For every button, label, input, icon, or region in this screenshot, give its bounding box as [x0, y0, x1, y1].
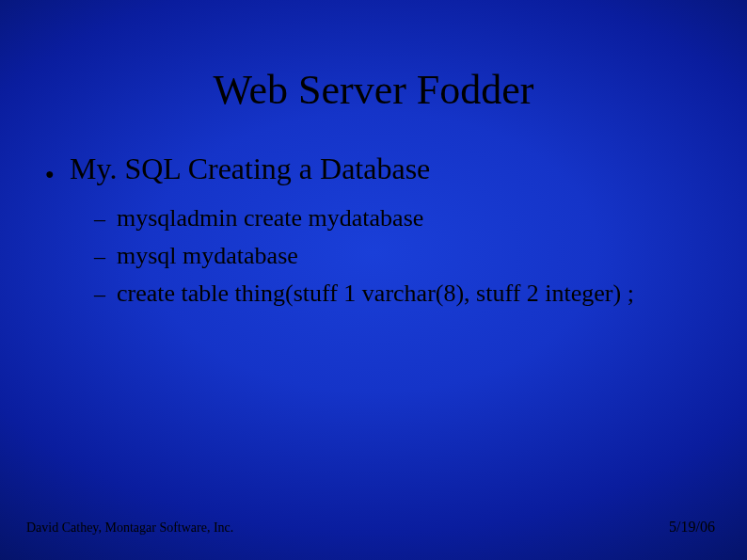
slide-title: Web Server Fodder: [0, 66, 747, 114]
dash-icon: –: [94, 280, 117, 308]
footer-author: David Cathey, Montagar Software, Inc.: [26, 520, 233, 536]
bullet-level2: – create table thing(stuff 1 varchar(8),…: [94, 279, 709, 309]
heading-text: My. SQL Creating a Database: [70, 151, 430, 186]
subitem-text: mysql mydatabase: [117, 241, 298, 271]
slide: Web Server Fodder ● My. SQL Creating a D…: [0, 0, 747, 560]
bullet-level1: ● My. SQL Creating a Database: [45, 151, 709, 190]
bullet-icon: ●: [45, 158, 70, 190]
dash-icon: –: [94, 204, 117, 232]
slide-content: ● My. SQL Creating a Database – mysqladm…: [45, 151, 709, 309]
dash-icon: –: [94, 242, 117, 270]
footer-date: 5/19/06: [669, 519, 715, 536]
subitem-text: mysqladmin create mydatabase: [117, 203, 423, 233]
subitem-text: create table thing(stuff 1 varchar(8), s…: [117, 279, 634, 309]
bullet-level2: – mysql mydatabase: [94, 241, 709, 271]
bullet-level2: – mysqladmin create mydatabase: [94, 203, 709, 233]
